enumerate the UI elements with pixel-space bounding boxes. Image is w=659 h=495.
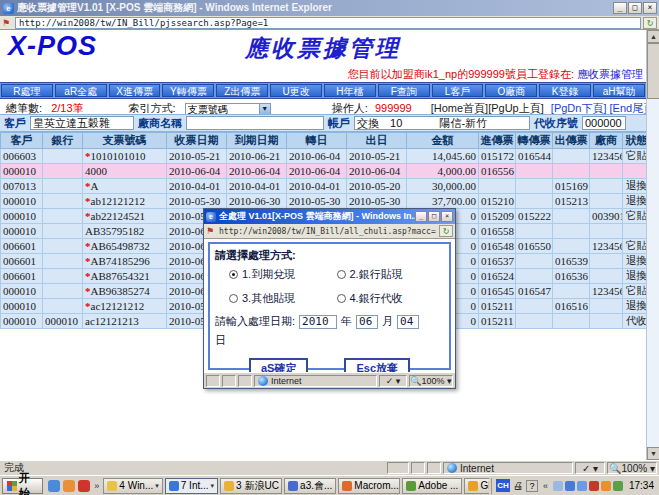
tray-collapse-chevron[interactable]: « xyxy=(541,481,550,491)
day-input[interactable]: 04 xyxy=(397,315,419,329)
protected-mode-dropdown[interactable]: ✓ ▾ xyxy=(379,375,407,387)
nav-pgdn-end[interactable]: [PgDn下頁] [End尾頁] xyxy=(551,102,657,114)
scroll-down-icon[interactable]: ▼ xyxy=(647,447,659,460)
dialog-minimize-button[interactable]: _ xyxy=(415,211,427,222)
menu-button-7[interactable]: F查詢 xyxy=(378,84,430,97)
grid-cell xyxy=(516,299,553,314)
process-option-4[interactable]: 4.銀行代收 xyxy=(337,291,445,306)
minimize-button[interactable]: _ xyxy=(613,2,627,14)
table-row[interactable]: 006603*10101010102010-05-212010-06-21201… xyxy=(1,149,651,164)
taskbar-button-4[interactable]: Macrom... xyxy=(338,478,400,494)
grid-cell: 2010-06-04 xyxy=(167,164,227,179)
menu-button-3[interactable]: Y轉傳票 xyxy=(162,84,214,97)
grid-cell: 015209 xyxy=(479,209,516,224)
process-dialog: e 全處理 V1.01[X-POS 雲端商務網] - Windows In...… xyxy=(203,208,456,389)
media-player-icon[interactable] xyxy=(48,480,60,492)
internet-globe-icon xyxy=(258,376,268,386)
shield-tray-icon[interactable] xyxy=(613,481,623,491)
im-tray-icon[interactable] xyxy=(577,481,587,491)
process-option-label: 2.銀行貼現 xyxy=(350,267,403,282)
grid-cell xyxy=(553,149,590,164)
taskbar-button-3[interactable]: a3.會... xyxy=(284,478,336,494)
grid-cell xyxy=(43,209,83,224)
menu-button-0[interactable]: R處理 xyxy=(1,84,53,97)
chevron-down-icon[interactable]: ▼ xyxy=(259,104,270,115)
process-option-2[interactable]: 2.銀行貼現 xyxy=(337,267,445,282)
grid-header-2: 支票號碼 xyxy=(83,133,167,149)
url-field[interactable]: http://win2008/tw/IN_Bill/pjssearch.asp?… xyxy=(15,17,641,29)
taskbar-button-5[interactable]: Adobe ... xyxy=(402,478,462,494)
taskbar-button-0[interactable]: 4 Win...▾ xyxy=(103,478,162,494)
quicklaunch-overflow-chevron[interactable]: » xyxy=(92,481,101,491)
vertical-scrollbar[interactable]: ▲ ▼ xyxy=(646,30,659,460)
menu-button-1[interactable]: aR全處 xyxy=(55,84,107,97)
taskbar-button-2[interactable]: 3 新浪UC▾ xyxy=(220,478,282,494)
grid-cell: 015211 xyxy=(479,314,516,329)
grid-cell: 2010-06-04 xyxy=(347,164,407,179)
maximize-button[interactable]: □ xyxy=(628,2,642,14)
year-input[interactable]: 2010 xyxy=(299,315,337,329)
printer-icon[interactable]: 🖨 xyxy=(513,480,523,491)
messenger-icon[interactable] xyxy=(63,480,75,492)
grid-cell: 2010-06-04 xyxy=(287,149,347,164)
taskbar-button-1[interactable]: 7 Int...▾ xyxy=(165,478,218,494)
radio-icon[interactable] xyxy=(337,270,346,279)
taskbar-button-6[interactable]: Global... xyxy=(464,478,489,494)
menu-button-9[interactable]: O廠商 xyxy=(485,84,537,97)
table-row[interactable]: 000010*ab121212122010-05-302010-06-30201… xyxy=(1,194,651,209)
dialog-maximize-button[interactable]: □ xyxy=(428,211,440,222)
zoom-dropdown[interactable]: 🔍100% ▾ xyxy=(607,462,657,474)
grid-cell: 37,700.00 xyxy=(407,194,479,209)
menu-button-8[interactable]: L客戶 xyxy=(432,84,484,97)
chevron-down-icon: ▾ xyxy=(211,482,215,490)
chevron-down-icon: ▾ xyxy=(155,482,159,490)
month-input[interactable]: 06 xyxy=(356,315,378,329)
grid-cell: 000010 xyxy=(1,284,43,299)
dialog-close-button[interactable]: × xyxy=(441,211,453,222)
grid-cell xyxy=(43,239,83,254)
tray-icons-area xyxy=(553,481,623,491)
qq-icon[interactable] xyxy=(78,480,90,492)
dialog-go-icon[interactable]: ↻ xyxy=(439,225,453,237)
language-indicator[interactable]: CH xyxy=(496,479,510,492)
page-error-icon: ⚑ xyxy=(2,18,12,28)
total-count-label: 總筆數: xyxy=(6,102,42,114)
table-row[interactable]: 007013*A2010-04-012010-04-012010-04-0120… xyxy=(1,179,651,194)
document-tray-icon[interactable] xyxy=(553,481,563,491)
menu-button-11[interactable]: aH幫助 xyxy=(593,84,645,97)
menu-button-6[interactable]: H年檔 xyxy=(324,84,376,97)
folder-icon xyxy=(107,481,117,491)
menu-button-10[interactable]: K登錄 xyxy=(539,84,591,97)
grid-cell: 016556 xyxy=(479,164,516,179)
process-option-1[interactable]: 1.到期兌現 xyxy=(229,267,337,282)
vendor-name-input[interactable] xyxy=(186,116,324,130)
scrollbar-thumb[interactable] xyxy=(647,43,659,99)
operator-label: 操作人: xyxy=(332,102,368,114)
update-tray-icon[interactable] xyxy=(601,481,611,491)
go-refresh-icon[interactable]: ↻ xyxy=(643,17,657,29)
help-icon[interactable]: ? xyxy=(526,480,538,492)
customer-input[interactable]: 皇英立達五穀雜 xyxy=(30,116,134,130)
start-button[interactable]: 开始 xyxy=(2,478,43,494)
protected-mode-dropdown[interactable]: ✓ ▾ xyxy=(575,462,605,474)
menu-button-4[interactable]: Z出傳票 xyxy=(216,84,268,97)
grid-cell: 016558 xyxy=(479,224,516,239)
close-button[interactable]: × xyxy=(643,2,657,14)
nav-home-pgup[interactable]: [Home首頁][PgUp上頁] xyxy=(431,102,544,114)
dialog-zoom-dropdown[interactable]: 🔍100% ▾ xyxy=(409,375,453,387)
qq-tray-icon[interactable] xyxy=(589,481,599,491)
radio-icon[interactable] xyxy=(337,294,346,303)
menu-button-5[interactable]: U更改 xyxy=(270,84,322,97)
collect-serial-input[interactable]: 000000 xyxy=(582,116,626,130)
dialog-prompt: 請選擇處理方式: xyxy=(215,248,444,263)
radio-icon[interactable] xyxy=(229,294,238,303)
menu-button-2[interactable]: X進傳票 xyxy=(109,84,161,97)
process-option-3[interactable]: 3.其他貼現 xyxy=(229,291,337,306)
account-input[interactable]: 交換 10 陽信-新竹 xyxy=(354,116,530,130)
required-mark: * xyxy=(85,180,91,192)
radio-icon[interactable] xyxy=(229,270,238,279)
table-row[interactable]: 00001040002010-06-042010-06-042010-06-04… xyxy=(1,164,651,179)
grid-cell: *A xyxy=(83,179,167,194)
messenger-tray-icon[interactable] xyxy=(565,481,575,491)
scroll-up-icon[interactable]: ▲ xyxy=(647,30,659,43)
